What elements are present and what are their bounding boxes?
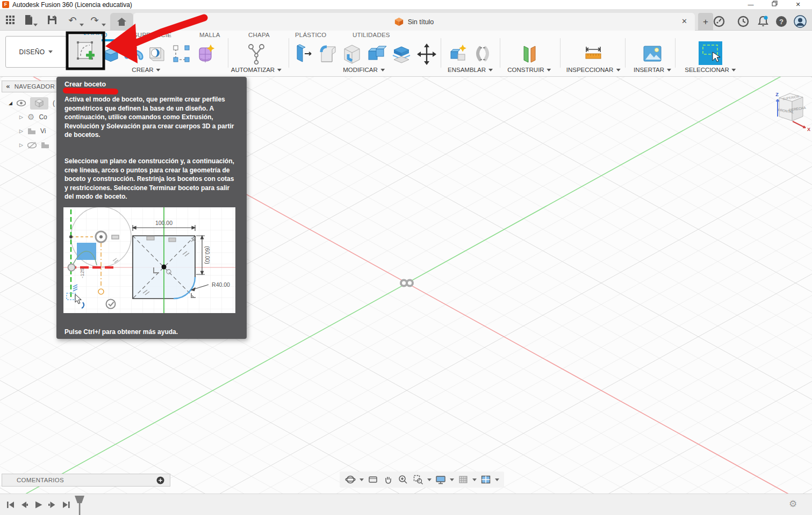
timeline-bar: ⚙ [0, 494, 812, 515]
save-button[interactable] [45, 13, 59, 26]
group-automatizar[interactable]: AUTOMATIZAR [231, 67, 282, 73]
undo-caret[interactable] [80, 24, 84, 26]
timeline-play-button[interactable] [32, 499, 44, 510]
home-tab[interactable] [110, 13, 133, 31]
collapse-panel-icon[interactable]: « [6, 83, 10, 90]
undo-button[interactable]: ↶ [66, 13, 80, 26]
automate-icon [246, 42, 267, 66]
document-root-button[interactable] [30, 97, 48, 110]
minimize-button[interactable]: — [742, 0, 760, 9]
grid-settings-button[interactable] [457, 473, 470, 486]
gear-icon: ⚙ [27, 112, 34, 122]
document-close-icon[interactable]: ✕ [681, 17, 687, 25]
group-insertar[interactable]: INSERTAR [634, 67, 671, 73]
timeline-settings-gear-icon[interactable]: ⚙ [789, 498, 797, 509]
expander-icon[interactable]: ▷ [19, 114, 23, 120]
user-avatar[interactable] [793, 14, 808, 29]
orbit-button[interactable] [344, 473, 357, 486]
insert-canvas-button[interactable] [642, 42, 663, 66]
help-button[interactable]: ? [774, 14, 789, 29]
tab-superficie[interactable]: SUPERFICIE [133, 32, 171, 38]
construct-plane-button[interactable] [519, 42, 540, 66]
comments-bar[interactable]: COMENTARIOS [2, 474, 170, 487]
radius-dimension: R40.00 [212, 281, 230, 288]
group-crear[interactable]: CREAR [132, 67, 160, 73]
grid-settings-caret[interactable] [472, 478, 477, 481]
browser-root-row[interactable]: ◢ ( [9, 97, 55, 110]
expander-icon[interactable]: ▷ [19, 128, 23, 134]
notifications-button[interactable] [756, 14, 771, 29]
timeline-marker[interactable] [73, 495, 89, 515]
grid-icon [5, 15, 15, 25]
browser-row-origin[interactable]: ▷ [19, 139, 54, 151]
add-comment-icon[interactable] [156, 476, 164, 484]
timeline-go-to-end-button[interactable] [60, 499, 72, 510]
move-copy-button[interactable] [416, 42, 437, 66]
hole-button[interactable] [146, 42, 167, 66]
display-settings-caret[interactable] [450, 478, 454, 481]
shell-icon [341, 42, 363, 66]
split-body-button[interactable] [391, 42, 412, 66]
tab-plastico[interactable]: PLÁSTICO [295, 32, 326, 38]
revolve-button[interactable] [123, 42, 144, 66]
viewports-caret[interactable] [495, 478, 499, 481]
browser-row-settings[interactable]: ▷ ⚙ Co [19, 111, 47, 124]
document-tab[interactable]: Sin título ✕ [133, 13, 695, 31]
expander-icon[interactable]: ▷ [19, 142, 23, 148]
workspace-selector[interactable]: DISEÑO [5, 36, 67, 68]
origin-marker[interactable] [401, 280, 413, 286]
timeline-step-forward-button[interactable] [46, 499, 58, 510]
pan-button[interactable] [382, 473, 394, 486]
shell-button[interactable] [341, 42, 363, 66]
fit-caret[interactable] [427, 478, 432, 481]
restore-button[interactable] [765, 0, 784, 9]
redo-caret[interactable] [102, 24, 106, 26]
undo-icon: ↶ [68, 14, 76, 26]
expander-icon[interactable]: ◢ [9, 100, 12, 106]
visibility-eye-icon[interactable] [17, 100, 26, 106]
group-modificar[interactable]: MODIFICAR [343, 67, 385, 73]
automate-button[interactable] [246, 42, 267, 66]
group-inspeccionar[interactable]: INSPECCIONAR [566, 67, 621, 73]
fillet-button[interactable] [317, 42, 339, 66]
select-button[interactable] [699, 41, 722, 65]
data-panel-button[interactable] [3, 13, 17, 26]
file-menu-caret[interactable] [33, 24, 38, 26]
new-component-button[interactable] [448, 42, 469, 66]
display-settings-button[interactable] [434, 473, 447, 486]
eye-off-icon[interactable] [27, 142, 37, 149]
joint-button[interactable] [472, 42, 493, 66]
measure-button[interactable] [583, 42, 604, 66]
extrude-button[interactable] [100, 42, 121, 66]
create-form-button[interactable] [195, 42, 216, 66]
timeline-step-back-button[interactable] [18, 499, 30, 510]
view-cube[interactable]: SUPERIOR FRONTAL DERECHA Z X [770, 83, 812, 136]
help-icon: ? [775, 16, 787, 27]
group-ensamblar[interactable]: ENSAMBLAR [448, 67, 493, 73]
group-construir[interactable]: CONSTRUIR [507, 67, 551, 73]
job-status-button[interactable] [736, 14, 751, 29]
browser-row-views[interactable]: ▷ Vi [19, 125, 46, 137]
create-sketch-button[interactable] [69, 35, 102, 67]
combine-icon [365, 42, 387, 66]
tab-utilidades[interactable]: UTILIDADES [353, 32, 390, 38]
orbit-caret[interactable] [360, 478, 364, 481]
combine-button[interactable] [365, 42, 387, 66]
timeline-go-to-start-button[interactable] [4, 499, 16, 510]
fit-button[interactable] [412, 473, 425, 486]
revolve-icon [123, 42, 144, 66]
look-at-button[interactable] [367, 473, 379, 486]
redo-button[interactable]: ↷ [88, 13, 102, 26]
viewports-button[interactable] [479, 473, 492, 486]
new-document-button[interactable]: + [698, 13, 713, 31]
extensions-button[interactable] [712, 14, 727, 29]
press-pull-button[interactable] [293, 42, 314, 66]
group-seleccionar[interactable]: SELECCIONAR [685, 67, 736, 73]
browser-header[interactable]: « NAVEGADOR [2, 81, 63, 92]
tab-chapa[interactable]: CHAPA [248, 32, 270, 38]
tab-malla[interactable]: MALLA [199, 32, 220, 38]
zoom-button[interactable] [397, 473, 409, 486]
pattern-button[interactable] [170, 42, 192, 66]
workspace-label: DISEÑO [19, 48, 45, 56]
close-button[interactable]: ✕ [789, 0, 807, 9]
